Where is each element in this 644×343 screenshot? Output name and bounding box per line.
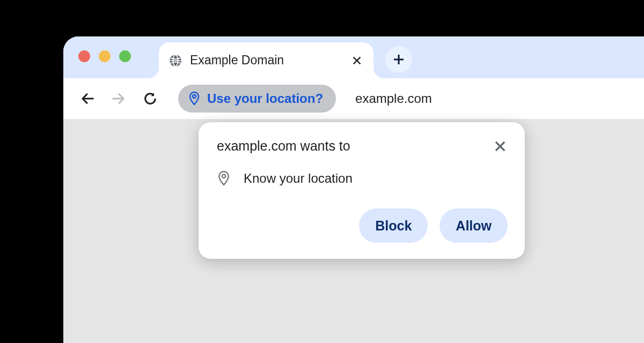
permission-row: Know your location [217, 170, 508, 187]
address-bar[interactable] [355, 91, 644, 106]
popup-title: example.com wants to [217, 138, 350, 154]
forward-button[interactable] [105, 86, 131, 111]
location-chip-label: Use your location? [207, 91, 323, 106]
block-button[interactable]: Block [359, 208, 428, 243]
arrow-right-icon [111, 91, 126, 106]
arrow-left-icon [80, 91, 96, 106]
svg-point-9 [193, 95, 196, 98]
reload-icon [143, 91, 158, 106]
toolbar: Use your location? [63, 78, 644, 119]
new-tab-button[interactable] [385, 46, 412, 73]
window-controls [78, 50, 131, 62]
browser-window: Example Domain [63, 36, 644, 343]
popup-header: example.com wants to [217, 138, 508, 154]
popup-close-button[interactable] [493, 139, 508, 154]
permission-popup: example.com wants to Know your location … [199, 122, 525, 259]
back-button[interactable] [75, 86, 101, 111]
tab-close-button[interactable] [351, 55, 363, 66]
tab-strip: Example Domain [63, 36, 644, 78]
location-pin-icon [188, 91, 201, 106]
location-permission-chip[interactable]: Use your location? [178, 85, 336, 113]
window-close-button[interactable] [78, 50, 90, 62]
location-pin-icon [217, 170, 231, 187]
popup-actions: Block Allow [217, 208, 508, 243]
reload-button[interactable] [137, 86, 163, 111]
browser-tab[interactable]: Example Domain [159, 42, 374, 78]
allow-button[interactable]: Allow [440, 208, 508, 243]
plus-icon [392, 53, 405, 66]
globe-icon [169, 54, 182, 68]
tab-title: Example Domain [190, 53, 351, 68]
window-zoom-button[interactable] [119, 50, 131, 62]
permission-label: Know your location [244, 171, 353, 186]
window-minimize-button[interactable] [99, 50, 111, 62]
svg-point-12 [222, 174, 226, 178]
